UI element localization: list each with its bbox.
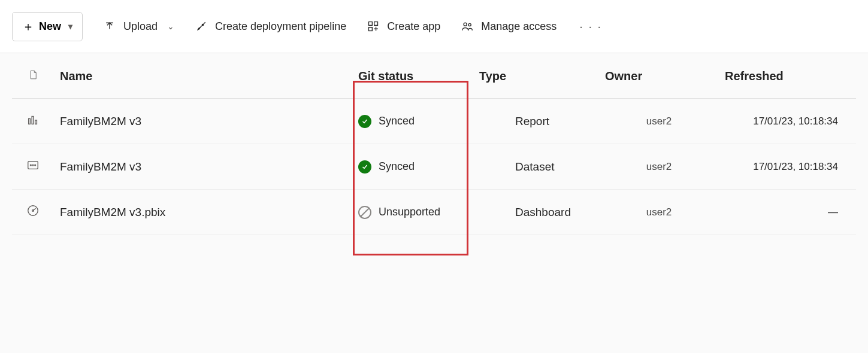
create-app-button[interactable]: Create app [367, 20, 440, 33]
rocket-icon [195, 20, 208, 33]
create-app-label: Create app [387, 20, 440, 33]
new-button-label: New [39, 20, 61, 33]
upload-label: Upload [123, 20, 158, 33]
new-button[interactable]: ＋ New ▾ [12, 12, 83, 41]
svg-rect-6 [29, 118, 31, 124]
git-status-cell: Unsupported [358, 206, 473, 219]
column-header-refreshed[interactable]: Refreshed [719, 53, 856, 99]
people-icon [461, 20, 474, 33]
column-header-name[interactable]: Name [54, 53, 341, 99]
svg-rect-7 [32, 117, 34, 124]
command-bar: ＋ New ▾ Upload ⌄ Create deployment pipel… [0, 0, 868, 53]
plus-icon: ＋ [22, 19, 34, 35]
svg-point-5 [468, 23, 471, 26]
item-refreshed: 17/01/23, 10:18:34 [719, 99, 856, 144]
table-row[interactable]: FamilyBM2M v3.pbixUnsupportedDashboardus… [12, 190, 856, 235]
svg-point-10 [30, 165, 31, 166]
more-button[interactable]: · · · [577, 20, 604, 34]
chevron-down-icon: ⌄ [167, 22, 174, 31]
manage-access-label: Manage access [481, 20, 557, 33]
check-circle-icon [358, 115, 371, 128]
item-type: Dashboard [479, 190, 599, 235]
file-icon [28, 70, 38, 83]
item-owner: user2 [599, 190, 719, 235]
report-icon [26, 117, 40, 129]
items-table: Name Git status Type Owner Refreshed Fam… [12, 53, 856, 235]
svg-rect-1 [369, 22, 373, 26]
item-owner: user2 [599, 144, 719, 190]
create-pipeline-button[interactable]: Create deployment pipeline [195, 20, 346, 33]
item-refreshed: 17/01/23, 10:18:34 [719, 144, 856, 190]
table-row[interactable]: FamilyBM2M v3SyncedReportuser217/01/23, … [12, 99, 856, 144]
upload-button[interactable]: Upload ⌄ [103, 20, 174, 33]
column-header-type[interactable]: Type [479, 53, 599, 99]
create-pipeline-label: Create deployment pipeline [215, 20, 346, 33]
unsupported-icon [358, 206, 371, 219]
table-row[interactable]: FamilyBM2M v3SyncedDatasetuser217/01/23,… [12, 144, 856, 190]
item-type: Dataset [479, 144, 599, 190]
item-refreshed: — [719, 190, 856, 235]
svg-rect-9 [28, 162, 38, 169]
app-grid-icon [367, 20, 380, 33]
svg-rect-3 [369, 28, 373, 31]
column-header-git-status[interactable]: Git status [341, 53, 479, 99]
column-header-icon[interactable] [12, 53, 54, 99]
git-status-cell: Synced [358, 160, 473, 174]
svg-point-4 [464, 23, 467, 26]
dataset-icon [26, 162, 40, 174]
manage-access-button[interactable]: Manage access [461, 20, 557, 33]
item-name: FamilyBM2M v3 [54, 144, 341, 190]
git-status-label: Unsupported [379, 206, 440, 218]
item-name: FamilyBM2M v3.pbix [54, 190, 341, 235]
svg-rect-2 [374, 22, 378, 26]
item-owner: user2 [599, 99, 719, 144]
git-status-cell: Synced [358, 115, 473, 128]
item-name: FamilyBM2M v3 [54, 99, 341, 144]
svg-point-11 [32, 165, 34, 166]
git-status-label: Synced [379, 160, 415, 173]
chevron-down-icon: ▾ [68, 22, 72, 31]
dashboard-icon [26, 208, 40, 220]
column-header-owner[interactable]: Owner [599, 53, 719, 99]
workspace-content: Name Git status Type Owner Refreshed Fam… [0, 53, 868, 235]
check-circle-icon [358, 160, 371, 174]
upload-icon [103, 20, 116, 33]
svg-rect-8 [35, 120, 37, 124]
svg-point-12 [35, 165, 36, 166]
git-status-label: Synced [379, 115, 415, 127]
item-type: Report [479, 99, 599, 144]
